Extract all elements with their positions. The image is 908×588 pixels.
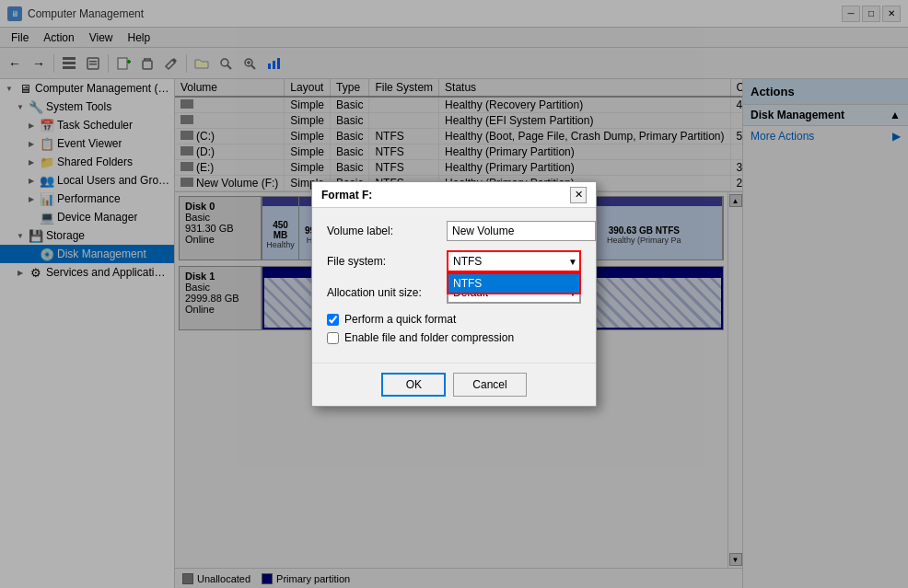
compression-label: Enable file and folder compression bbox=[344, 331, 514, 344]
modal-title: Format F: bbox=[321, 189, 372, 202]
volume-label-text: Volume label: bbox=[327, 225, 447, 237]
volume-label-row: Volume label: bbox=[327, 221, 581, 241]
format-dialog: Format F: ✕ Volume label: File system: N… bbox=[311, 181, 597, 407]
fs-select[interactable]: NTFS bbox=[447, 250, 581, 272]
fs-select-wrapper: NTFS ▼ NTFS bbox=[447, 250, 581, 272]
quick-format-row: Perform a quick format bbox=[327, 313, 581, 326]
compression-row: Enable file and folder compression bbox=[327, 331, 581, 344]
ok-button[interactable]: OK bbox=[381, 373, 446, 397]
modal-body: Volume label: File system: NTFS ▼ NTFS bbox=[312, 208, 596, 363]
fs-option-ntfs[interactable]: NTFS bbox=[448, 274, 579, 293]
cancel-button[interactable]: Cancel bbox=[453, 373, 526, 397]
modal-buttons: OK Cancel bbox=[312, 363, 596, 406]
modal-close-button[interactable]: ✕ bbox=[570, 187, 587, 203]
quick-format-checkbox[interactable] bbox=[327, 314, 339, 326]
fs-row: File system: NTFS ▼ NTFS bbox=[327, 250, 581, 272]
volume-label-input[interactable] bbox=[447, 221, 596, 241]
modal-title-bar: Format F: ✕ bbox=[312, 182, 596, 208]
compression-checkbox[interactable] bbox=[327, 332, 339, 344]
modal-overlay: Format F: ✕ Volume label: File system: N… bbox=[0, 0, 908, 588]
allocation-label-text: Allocation unit size: bbox=[327, 286, 447, 299]
fs-dropdown-options: NTFS bbox=[447, 272, 581, 294]
fs-label-text: File system: bbox=[327, 255, 447, 268]
quick-format-label: Perform a quick format bbox=[344, 313, 456, 326]
